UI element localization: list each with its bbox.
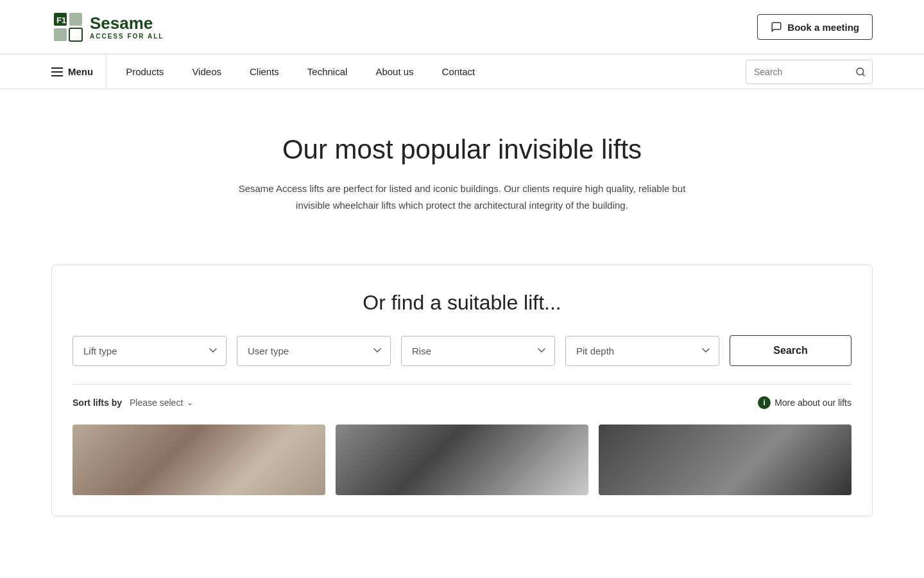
more-about-label: More about our lifts <box>774 398 851 408</box>
nav-link-technical[interactable]: Technical <box>293 55 362 89</box>
product-image-2[interactable] <box>336 425 588 495</box>
menu-toggle[interactable]: Menu <box>51 55 107 89</box>
nav-bar: Menu Products Videos Clients Technical A… <box>0 54 924 89</box>
svg-rect-2 <box>69 13 82 26</box>
svg-text:F1: F1 <box>56 15 66 25</box>
nav-link-products[interactable]: Products <box>112 55 178 89</box>
chat-icon <box>771 21 782 33</box>
sort-left-area: Sort lifts by Please select ⌄ <box>73 398 193 408</box>
hero-description: Sesame Access lifts are perfect for list… <box>231 180 693 213</box>
info-icon: i <box>758 396 771 409</box>
nav-link-clients[interactable]: Clients <box>235 55 293 89</box>
more-about-button[interactable]: i More about our lifts <box>758 396 851 409</box>
sort-row: Sort lifts by Please select ⌄ i More abo… <box>73 384 851 409</box>
sort-select[interactable]: Please select ⌄ <box>130 398 193 408</box>
pit-depth-select[interactable]: Pit depth <box>565 336 719 366</box>
chevron-down-icon: ⌄ <box>187 398 193 407</box>
product-images-row <box>73 425 851 495</box>
filter-heading: Or find a suitable lift... <box>73 291 851 315</box>
svg-rect-4 <box>69 28 82 41</box>
product-image-1[interactable] <box>73 425 325 495</box>
nav-search-area <box>746 60 873 84</box>
product-image-3[interactable] <box>599 425 851 495</box>
hamburger-icon <box>51 67 63 76</box>
filter-row: Lift type User type Rise Pit depth Searc… <box>73 335 851 366</box>
sort-placeholder: Please select <box>130 398 183 408</box>
sort-label: Sort lifts by <box>73 398 122 408</box>
hero-section: Our most popular invisible lifts Sesame … <box>0 89 924 265</box>
svg-rect-3 <box>54 28 67 41</box>
lift-type-select[interactable]: Lift type <box>73 336 227 366</box>
filter-section: Or find a suitable lift... Lift type Use… <box>51 265 873 516</box>
nav-link-contact[interactable]: Contact <box>428 55 490 89</box>
menu-label: Menu <box>68 66 93 77</box>
book-meeting-button[interactable]: Book a meeting <box>757 14 873 40</box>
user-type-select[interactable]: User type <box>237 336 391 366</box>
book-meeting-label: Book a meeting <box>787 22 859 33</box>
nav-link-about[interactable]: About us <box>361 55 427 89</box>
logo-icon: F1 <box>51 10 85 44</box>
logo-main-text: Sesame <box>90 14 164 33</box>
hero-title: Our most popular invisible lifts <box>51 134 873 165</box>
filter-search-button[interactable]: Search <box>730 335 851 366</box>
nav-search-input[interactable] <box>746 67 849 77</box>
nav-link-videos[interactable]: Videos <box>178 55 235 89</box>
nav-search-button[interactable] <box>849 60 872 83</box>
rise-select[interactable]: Rise <box>401 336 555 366</box>
logo[interactable]: F1 Sesame ACCESS FOR ALL <box>51 10 164 44</box>
search-icon <box>855 67 866 77</box>
logo-sub-text: ACCESS FOR ALL <box>90 33 164 40</box>
top-header: F1 Sesame ACCESS FOR ALL Book a meeting <box>0 0 924 54</box>
